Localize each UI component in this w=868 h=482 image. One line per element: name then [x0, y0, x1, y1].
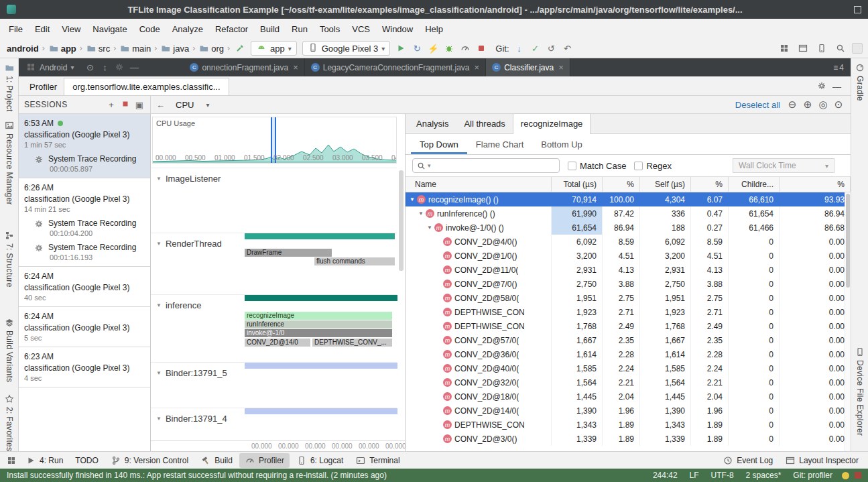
breadcrumb-item-java[interactable]: java — [159, 42, 190, 55]
git-rollback-button[interactable]: ↶ — [560, 41, 575, 56]
menu-help[interactable]: Help — [419, 21, 449, 38]
tool-window-button-event-log[interactable]: Event Log — [717, 453, 778, 468]
close-icon[interactable]: × — [557, 62, 564, 72]
maximize-icon[interactable] — [854, 6, 861, 13]
table-row[interactable]: ▼mrunInference() ()61,99087.423360.4761,… — [406, 206, 851, 221]
window-button[interactable] — [796, 41, 810, 56]
tab-top-down[interactable]: Top Down — [411, 134, 467, 154]
trace-event-bar[interactable]: invoke@-1/0 — [245, 329, 392, 337]
breadcrumb-item-app[interactable]: app — [47, 42, 78, 55]
tool-stripe-2-favorites[interactable]: 2: Favorites — [0, 394, 18, 451]
column-header-self[interactable]: Self (µs) — [640, 177, 691, 192]
table-row[interactable]: mCONV_2D@11/0(2,9314.132,9314.1300.00 — [406, 263, 851, 277]
device-select[interactable]: Google Pixel 3 ▾ — [302, 41, 391, 56]
status-item-lf[interactable]: LF — [690, 471, 699, 480]
run-button[interactable] — [393, 41, 408, 56]
status-item-utf-8[interactable]: UTF-8 — [711, 471, 734, 480]
table-row[interactable]: mCONV_2D@18/0(1,4452.041,4452.0400.00 — [406, 389, 851, 404]
tool-stripe-gradle[interactable]: Gradle — [851, 62, 868, 101]
gear-icon[interactable] — [816, 80, 827, 93]
table-row[interactable]: mCONV_2D@3/0()1,3391.891,3391.8900.00 — [406, 432, 851, 446]
chevron-down-icon[interactable]: ▼ — [156, 241, 162, 247]
column-header-total-pct[interactable]: % — [603, 177, 640, 192]
apply-code-changes-button[interactable]: ⚡ — [426, 41, 440, 56]
make-project-button[interactable] — [233, 41, 247, 56]
close-icon[interactable]: × — [292, 62, 298, 72]
table-row[interactable]: mCONV_2D@36/0(1,6142.281,6142.2800.00 — [406, 347, 851, 361]
expand-sessions-button[interactable]: ▣ — [134, 99, 145, 110]
expand-arrow-icon[interactable]: ▼ — [427, 225, 434, 231]
tool-window-button-todo[interactable]: TODO — [70, 454, 103, 467]
tab-all-threads[interactable]: All threads — [456, 114, 512, 133]
tool-window-button-9-version-control[interactable]: 9: Version Control — [105, 453, 194, 468]
add-session-button[interactable]: + — [106, 99, 117, 110]
thread-row-binder-13791-5[interactable]: ▼Binder:13791_5 — [151, 362, 397, 408]
column-header-children-pct[interactable]: % — [780, 177, 851, 192]
thread-row-binder-13791-4[interactable]: ▼Binder:13791_4 — [151, 408, 397, 440]
device-button[interactable] — [814, 41, 829, 56]
regex-checkbox[interactable]: Regex — [634, 161, 672, 171]
expand-arrow-icon[interactable]: ▼ — [410, 196, 417, 202]
table-row[interactable]: mDEPTHWISE_CON1,9232.711,9232.7100.00 — [406, 305, 851, 319]
column-header-name[interactable]: Name — [406, 177, 552, 192]
search-box[interactable]: ▾ — [412, 158, 560, 173]
reset-zoom-button[interactable]: ◎ — [818, 99, 828, 111]
table-row[interactable]: mCONV_2D@14/0(1,3901.961,3901.9600.00 — [406, 404, 851, 418]
table-row[interactable]: ▼mrecognizeImage() ()70,914100.004,3046.… — [406, 192, 851, 206]
table-row[interactable]: mCONV_2D@58/0(1,9512.751,9512.7500.00 — [406, 291, 851, 305]
table-row[interactable]: mCONV_2D@1/0()3,2004.513,2004.5100.00 — [406, 249, 851, 263]
back-arrow-icon[interactable]: ← — [151, 100, 170, 110]
trace-event-bar[interactable]: DEPTHWISE_CONV_... — [312, 339, 392, 347]
editor-tab-legacycameraconnectionfragment-java[interactable]: CLegacyCameraConnectionFragment.java× — [305, 58, 486, 76]
tool-window-button-profiler[interactable]: Profiler — [239, 453, 290, 468]
profiler-stage-select[interactable]: CPU ▾ — [170, 100, 214, 110]
session-item[interactable]: 6:26 AMclassification (Google Pixel 3)14… — [19, 178, 150, 267]
chevron-down-icon[interactable]: ▼ — [156, 176, 162, 182]
menu-file[interactable]: File — [3, 21, 29, 38]
table-row[interactable]: mCONV_2D@57/0(1,6672.351,6672.3500.00 — [406, 333, 851, 347]
menu-run[interactable]: Run — [286, 21, 314, 38]
breadcrumb-item-src[interactable]: src — [84, 42, 111, 55]
session-item[interactable]: 6:24 AMclassification (Google Pixel 3)40… — [19, 267, 150, 307]
table-row[interactable]: mDEPTHWISE_CON1,7682.491,7682.4900.00 — [406, 319, 851, 333]
tab-flame-chart[interactable]: Flame Chart — [467, 134, 533, 154]
menu-window[interactable]: Window — [376, 21, 419, 38]
zoom-out-button[interactable]: ⊖ — [787, 99, 798, 111]
tool-window-button-layout-inspector[interactable]: Layout Inspector — [780, 453, 864, 468]
session-item[interactable]: 6:24 AMclassification (Google Pixel 3)5 … — [19, 307, 150, 347]
git-commit-button[interactable]: ✓ — [528, 41, 543, 56]
search-input[interactable] — [433, 161, 555, 170]
menu-analyze[interactable]: Analyze — [166, 21, 209, 38]
chevron-down-icon[interactable]: ▼ — [156, 416, 162, 422]
editor-tab-onnectionfragment-java[interactable]: ConnectionFragment.java× — [184, 58, 304, 76]
close-icon[interactable]: × — [473, 62, 480, 72]
search-button[interactable] — [833, 41, 848, 56]
stop-session-button[interactable] — [120, 99, 131, 111]
tool-stripe-resource-manager[interactable]: Resource Manager — [0, 120, 18, 205]
recording-item[interactable]: System Trace Recording00:00:05.897 — [24, 154, 145, 173]
table-row[interactable]: mCONV_2D@40/0(1,5852.241,5852.2400.00 — [406, 361, 851, 375]
hide-panel-icon[interactable]: — — [832, 82, 841, 92]
profile-button[interactable] — [458, 41, 473, 56]
debug-button[interactable] — [442, 41, 456, 56]
timeline-scrollbar[interactable] — [399, 170, 404, 271]
tool-window-button-4-run[interactable]: 4: Run — [20, 453, 68, 468]
expand-arrow-icon[interactable]: ▼ — [418, 210, 426, 217]
table-row[interactable]: mCONV_2D@4/0()6,0928.596,0928.5900.00 — [406, 235, 851, 249]
table-row[interactable]: mCONV_2D@32/0(1,5642.211,5642.2100.00 — [406, 375, 851, 389]
trace-event-bar[interactable]: runInference — [245, 320, 392, 328]
menu-tools[interactable]: Tools — [314, 21, 346, 38]
breadcrumb-item-android[interactable]: android — [5, 42, 40, 55]
run-config-select[interactable]: app ▾ — [251, 41, 297, 56]
chevron-down-icon[interactable]: ▼ — [156, 370, 162, 376]
session-item[interactable]: 6:23 AMclassification (Google Pixel 3)4 … — [19, 347, 150, 387]
tool-window-button-build[interactable]: Build — [195, 453, 238, 468]
thread-row-inference[interactable]: ▼inferencerecognizeImagerunInferenceinvo… — [151, 294, 397, 362]
target-button[interactable]: ⊙ — [84, 62, 95, 73]
menu-build[interactable]: Build — [254, 21, 286, 38]
recording-item[interactable]: System Trace Recording00:01:16.193 — [24, 243, 145, 261]
table-row[interactable]: ▼minvoke@-1/0() ()61,65486.941880.2761,4… — [406, 221, 851, 235]
table-row[interactable]: mDEPTHWISE_CON1,3431.891,3431.8900.00 — [406, 418, 851, 432]
tab-recognize-image[interactable]: recognizeImage — [513, 113, 591, 134]
hidden-tabs-button[interactable]: ≡ 4 — [826, 58, 851, 76]
